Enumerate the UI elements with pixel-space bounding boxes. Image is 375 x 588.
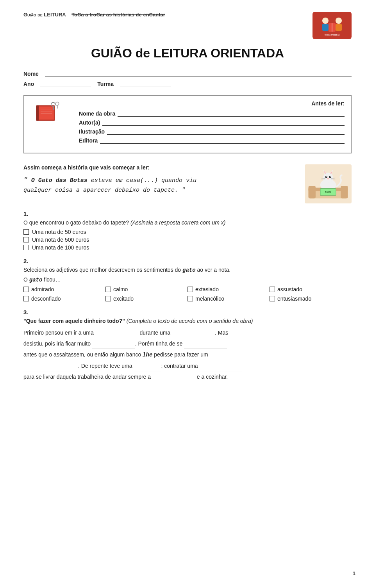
logo-text: Toca a Trocar as [314,12,350,39]
gato-das-botas: O Gato das Botas [31,177,91,184]
adj-calmo: calmo [105,286,188,292]
nome-label: Nome [23,71,39,77]
svg-point-18 [55,102,59,105]
book-icon [34,100,62,126]
adj-label-excitado: excitado [113,296,134,302]
svg-point-32 [329,176,331,178]
q1-text-main: O que encontrou o gato debaixo do tapete… [23,219,129,226]
main-title: GUIÃO de LEITURA ORIENTADA [23,46,352,61]
checkbox-extasiado[interactable] [188,287,193,292]
adj-desconfiado: desconfiado [23,296,105,302]
option-row-2: Uma nota de 500 euros [23,237,352,243]
checkbox-excitado[interactable] [105,296,111,301]
fill-part-3: desistiu, pois iria ficar muito [23,340,92,347]
toca-label: ToCa a troCar as histórias de enCantar [71,12,165,18]
svg-text:500€: 500€ [325,190,331,194]
checkbox-2[interactable] [23,237,29,242]
fill-dot-3: . De repente teve uma [78,363,134,369]
q3-number: 3. [23,309,352,315]
field-label-3: Ilustração [79,128,105,135]
adj-label-assustado: assustado [277,286,302,292]
antes-illustration [30,100,66,146]
estava: estava em casa(...) quando viu [91,177,196,184]
svg-point-1 [322,18,329,24]
adj-label-admirado: admirado [31,286,54,292]
header-small-title: Guião de LEITURA – ToCa a troCar as hist… [23,12,165,18]
gato-word-q2b: gato [29,277,43,283]
qualquer: qualquer coisa a aparecer debaixo do tap… [23,187,178,194]
fill-field-1[interactable] [95,332,138,338]
adj-extasiado: extasiado [188,286,270,292]
assim-text: Assim começa a história que vais começar… [23,164,297,195]
nome-field[interactable] [45,70,352,77]
checkbox-calmo[interactable] [105,287,111,292]
antes-title: Antes de ler: [72,100,345,107]
checkbox-assustado[interactable] [270,287,275,292]
checkbox-1[interactable] [23,229,29,235]
logo-svg: Toca a Trocar as [314,12,350,37]
checkbox-entusiasmado[interactable] [270,296,275,301]
antes-section: Antes de ler: Nome da obra Autor(a) Ilus… [23,95,352,153]
checkbox-admirado[interactable] [23,287,29,292]
q3-fill-text: Primeiro pensou em ir a uma durante uma … [23,327,352,382]
fill-part-4b: pedisse para fazer um [152,351,208,358]
field-label-4: Editora [79,137,98,144]
fill-dot-2: . Porém tinha de se [135,340,184,347]
lhe-word: lhe [143,352,152,358]
ano-field[interactable] [40,80,91,87]
nome-obra-field[interactable] [118,110,345,117]
field-label-1: Nome da obra [79,110,115,117]
question-3: 3. "Que fazer com aquele dinheiro todo?"… [23,309,352,382]
page-number: 1 [353,570,355,576]
q3-text-main: "Que fazer com aquele dinheiro todo?" [23,318,125,324]
field-label-2: Autor(a) [79,119,100,126]
cat-illustration: 500€ [305,164,352,203]
fill-field-2[interactable] [172,332,215,338]
q2-text: Seleciona os adjetivos que melhor descre… [23,267,352,273]
fill-part-4: antes que o assaltassem, ou então algum … [23,351,143,358]
list-item: Editora [79,137,345,144]
editora-field[interactable] [100,137,345,144]
fill-field-4[interactable] [184,343,227,349]
fill-field-5[interactable] [23,365,78,371]
fill-field-3[interactable] [92,343,135,349]
question-2: 2. Seleciona os adjetivos que melhor des… [23,258,352,302]
adjectives-grid: admirado calmo extasiado assustado desco… [23,286,352,302]
adj-admirado: admirado [23,286,105,292]
list-item: Ilustração [79,128,345,135]
fill-field-8[interactable] [152,376,195,382]
assim-intro: Assim começa a história que vais começar… [23,164,297,171]
nome-row: Nome [23,70,352,77]
checkbox-desconfiado[interactable] [23,296,29,301]
dash-label: – [67,12,71,18]
ilustracao-field[interactable] [107,128,345,135]
checkbox-melancolico[interactable] [188,296,193,301]
svg-rect-2 [322,24,329,31]
list-item: Nome da obra [79,110,345,117]
svg-rect-4 [336,24,342,31]
fill-part-1: Primeiro pensou em ir a uma [23,330,95,336]
turma-field[interactable] [120,80,171,87]
q3-text: "Que fazer com aquele dinheiro todo?" (C… [23,318,352,324]
checkbox-3[interactable] [23,245,29,250]
svg-point-33 [326,176,327,177]
autor-field[interactable] [102,119,345,126]
header-logo: Toca a Trocar as [312,12,352,39]
antes-right: Antes de ler: Nome da obra Autor(a) Ilus… [72,100,345,146]
antes-fields-list: Nome da obra Autor(a) Ilustração Editora [72,110,345,144]
svg-rect-19 [57,105,58,109]
open-quote: " [23,176,28,184]
adj-entusiasmado: entusiasmado [270,296,352,302]
fill-field-6[interactable] [134,365,161,371]
q1-text: O que encontrou o gato debaixo do tapete… [23,219,352,226]
ano-label: Ano [23,81,34,87]
fill-field-7[interactable] [199,365,242,371]
ano-turma-row: Ano Turma [23,80,352,87]
q1-options: Uma nota de 50 euros Uma nota de 500 eur… [23,229,352,251]
fill-dot-1: . Mas [215,330,228,336]
fill-part-2: durante uma [140,330,172,336]
assim-section: Assim começa a história que vais começar… [23,164,352,203]
q2-subtext2: O gato ficou… [23,276,352,283]
option-label-3: Uma nota de 100 euros [32,244,89,251]
header: Guião de LEITURA – ToCa a troCar as hist… [23,12,352,39]
